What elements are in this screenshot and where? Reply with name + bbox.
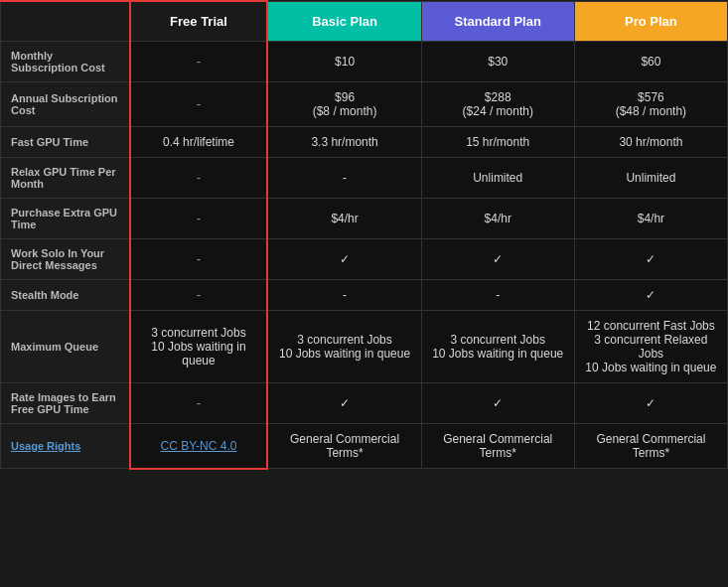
header-empty	[1, 1, 130, 42]
standard-plan-cell: ✓	[421, 383, 574, 424]
row-label: Stealth Mode	[1, 280, 130, 311]
free-trial-cell: -	[130, 280, 268, 311]
table-row: Rate Images to Earn Free GPU Time-✓✓✓	[1, 383, 728, 424]
free-trial-cell: 0.4 hr/lifetime	[130, 127, 268, 158]
pro-plan-cell: $576($48 / month)	[574, 82, 727, 127]
free-trial-cell: -	[130, 42, 268, 82]
free-trial-cell: -	[130, 383, 268, 424]
row-label: Purchase Extra GPU Time	[1, 199, 130, 239]
row-label: Usage Rights	[1, 424, 130, 469]
standard-plan-cell: $4/hr	[421, 199, 574, 239]
row-label: Maximum Queue	[1, 311, 130, 383]
standard-plan-cell: ✓	[421, 239, 574, 280]
basic-plan-cell: -	[267, 158, 421, 199]
free-trial-cell: -	[130, 82, 268, 127]
table-row: Annual Subscription Cost-$96($8 / month)…	[1, 82, 728, 127]
header-basic-plan: Basic Plan	[267, 1, 421, 42]
standard-plan-cell: 3 concurrent Jobs10 Jobs waiting in queu…	[421, 311, 574, 383]
free-trial-cell: -	[130, 199, 268, 239]
header-pro-plan: Pro Plan	[574, 1, 727, 42]
table-row: Purchase Extra GPU Time-$4/hr$4/hr$4/hr	[1, 199, 728, 239]
usage-rights-link[interactable]: Usage Rights	[11, 440, 80, 452]
row-label: Fast GPU Time	[1, 127, 130, 158]
basic-plan-cell: ✓	[267, 239, 421, 280]
table-row: Usage RightsCC BY-NC 4.0General Commerci…	[1, 424, 728, 469]
header-standard-plan: Standard Plan	[421, 1, 574, 42]
basic-plan-cell: -	[267, 280, 421, 311]
row-label: Rate Images to Earn Free GPU Time	[1, 383, 130, 424]
pro-plan-cell: ✓	[574, 383, 727, 424]
pro-plan-cell: 30 hr/month	[574, 127, 727, 158]
basic-plan-cell: 3 concurrent Jobs10 Jobs waiting in queu…	[267, 311, 421, 383]
table-row: Maximum Queue3 concurrent Jobs10 Jobs wa…	[1, 311, 728, 383]
free-trial-cell: 3 concurrent Jobs10 Jobs waiting in queu…	[130, 311, 268, 383]
pro-plan-cell: General Commercial Terms*	[574, 424, 727, 469]
pricing-table: Free Trial Basic Plan Standard Plan Pro …	[0, 0, 728, 470]
basic-plan-cell: $96($8 / month)	[267, 82, 421, 127]
basic-plan-cell: ✓	[267, 383, 421, 424]
free-trial-usage-link[interactable]: CC BY-NC 4.0	[161, 439, 237, 453]
row-label: Annual Subscription Cost	[1, 82, 130, 127]
table-row: Monthly Subscription Cost-$10$30$60	[1, 42, 728, 82]
row-label: Monthly Subscription Cost	[1, 42, 130, 82]
pro-plan-cell: $60	[574, 42, 727, 82]
pro-plan-cell: Unlimited	[574, 158, 727, 199]
standard-plan-cell: 15 hr/month	[421, 127, 574, 158]
comparison-table-container: Free Trial Basic Plan Standard Plan Pro …	[0, 0, 728, 470]
row-label: Relax GPU Time Per Month	[1, 158, 130, 199]
table-row: Stealth Mode---✓	[1, 280, 728, 311]
free-trial-cell: CC BY-NC 4.0	[130, 424, 268, 469]
free-trial-cell: -	[130, 239, 268, 280]
basic-plan-cell: $4/hr	[267, 199, 421, 239]
basic-plan-cell: $10	[267, 42, 421, 82]
header-free-trial: Free Trial	[130, 1, 268, 42]
basic-plan-cell: General Commercial Terms*	[267, 424, 421, 469]
standard-plan-cell: $288($24 / month)	[421, 82, 574, 127]
standard-plan-cell: $30	[421, 42, 574, 82]
row-label: Work Solo In Your Direct Messages	[1, 239, 130, 280]
standard-plan-cell: General Commercial Terms*	[421, 424, 574, 469]
pro-plan-cell: ✓	[574, 280, 727, 311]
table-row: Work Solo In Your Direct Messages-✓✓✓	[1, 239, 728, 280]
pro-plan-cell: $4/hr	[574, 199, 727, 239]
basic-plan-cell: 3.3 hr/month	[267, 127, 421, 158]
standard-plan-cell: Unlimited	[421, 158, 574, 199]
free-trial-cell: -	[130, 158, 268, 199]
pro-plan-cell: 12 concurrent Fast Jobs3 concurrent Rela…	[574, 311, 727, 383]
standard-plan-cell: -	[421, 280, 574, 311]
pro-plan-cell: ✓	[574, 239, 727, 280]
table-row: Fast GPU Time0.4 hr/lifetime3.3 hr/month…	[1, 127, 728, 158]
table-row: Relax GPU Time Per Month--UnlimitedUnlim…	[1, 158, 728, 199]
